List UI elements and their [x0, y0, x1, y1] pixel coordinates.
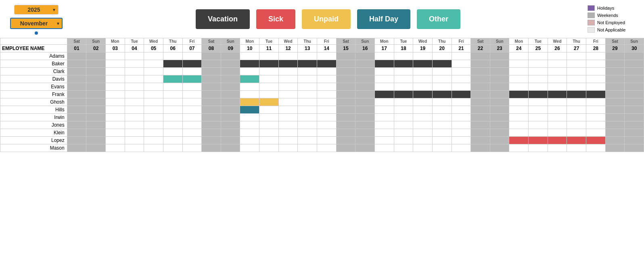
cell-baker-17[interactable] — [374, 60, 394, 68]
cell-jones-9[interactable] — [221, 121, 240, 129]
cell-jones-13[interactable] — [298, 121, 317, 129]
cell-evans-11[interactable] — [259, 83, 279, 91]
cell-davis-20[interactable] — [432, 75, 452, 83]
cell-ghosh-25[interactable] — [529, 98, 548, 106]
cell-jones-25[interactable] — [529, 121, 548, 129]
cell-jones-1[interactable] — [67, 121, 86, 129]
cell-clark-8[interactable] — [202, 68, 221, 75]
cell-irwin-29[interactable] — [605, 114, 625, 121]
cell-mason-29[interactable] — [605, 144, 625, 152]
cell-clark-29[interactable] — [605, 68, 625, 75]
cell-jones-4[interactable] — [125, 121, 144, 129]
cell-hills-12[interactable] — [278, 106, 298, 114]
cell-adams-5[interactable] — [144, 52, 163, 60]
cell-clark-16[interactable] — [355, 68, 375, 75]
cell-davis-19[interactable] — [413, 75, 433, 83]
cell-hills-2[interactable] — [86, 106, 106, 114]
cell-mason-8[interactable] — [202, 144, 221, 152]
cell-clark-6[interactable] — [163, 68, 182, 75]
cell-klein-11[interactable] — [259, 129, 279, 137]
cell-davis-14[interactable] — [317, 75, 337, 83]
cell-irwin-30[interactable] — [625, 114, 644, 121]
cell-baker-12[interactable] — [278, 60, 298, 68]
cell-irwin-27[interactable] — [567, 114, 586, 121]
cell-klein-10[interactable] — [240, 129, 259, 137]
cell-davis-6[interactable] — [163, 75, 182, 83]
cell-klein-12[interactable] — [278, 129, 298, 137]
cell-hills-10[interactable] — [240, 106, 259, 114]
cell-frank-24[interactable] — [509, 91, 529, 98]
cell-clark-25[interactable] — [529, 68, 548, 75]
cell-klein-20[interactable] — [432, 129, 452, 137]
cell-frank-13[interactable] — [298, 91, 317, 98]
cell-evans-21[interactable] — [452, 83, 471, 91]
cell-evans-25[interactable] — [529, 83, 548, 91]
cell-irwin-17[interactable] — [374, 114, 394, 121]
cell-adams-15[interactable] — [336, 52, 355, 60]
cell-mason-4[interactable] — [125, 144, 144, 152]
cell-adams-7[interactable] — [182, 52, 202, 60]
cell-baker-20[interactable] — [432, 60, 452, 68]
legend-other-btn[interactable]: Other — [417, 9, 460, 29]
year-select[interactable]: 2025 — [14, 5, 59, 15]
cell-adams-12[interactable] — [278, 52, 298, 60]
cell-baker-18[interactable] — [394, 60, 413, 68]
cell-evans-19[interactable] — [413, 83, 433, 91]
cell-frank-23[interactable] — [490, 91, 509, 98]
cell-klein-18[interactable] — [394, 129, 413, 137]
cell-davis-26[interactable] — [548, 75, 567, 83]
cell-davis-10[interactable] — [240, 75, 259, 83]
cell-clark-20[interactable] — [432, 68, 452, 75]
cell-frank-28[interactable] — [586, 91, 606, 98]
cell-jones-27[interactable] — [567, 121, 586, 129]
cell-hills-1[interactable] — [67, 106, 86, 114]
cell-jones-10[interactable] — [240, 121, 259, 129]
cell-clark-24[interactable] — [509, 68, 529, 75]
cell-klein-1[interactable] — [67, 129, 86, 137]
cell-clark-13[interactable] — [298, 68, 317, 75]
cell-adams-8[interactable] — [202, 52, 221, 60]
cell-klein-30[interactable] — [625, 129, 644, 137]
cell-irwin-20[interactable] — [432, 114, 452, 121]
cell-baker-5[interactable] — [144, 60, 163, 68]
cell-adams-22[interactable] — [471, 52, 490, 60]
cell-frank-10[interactable] — [240, 91, 259, 98]
cell-hills-4[interactable] — [125, 106, 144, 114]
month-select-wrapper[interactable]: November — [10, 18, 63, 29]
cell-lopez-14[interactable] — [317, 137, 337, 144]
cell-lopez-30[interactable] — [625, 137, 644, 144]
cell-hills-16[interactable] — [355, 106, 375, 114]
cell-davis-27[interactable] — [567, 75, 586, 83]
cell-clark-14[interactable] — [317, 68, 337, 75]
cell-hills-5[interactable] — [144, 106, 163, 114]
cell-baker-27[interactable] — [567, 60, 586, 68]
cell-klein-23[interactable] — [490, 129, 509, 137]
cell-jones-20[interactable] — [432, 121, 452, 129]
cell-evans-13[interactable] — [298, 83, 317, 91]
cell-ghosh-30[interactable] — [625, 98, 644, 106]
cell-clark-26[interactable] — [548, 68, 567, 75]
cell-lopez-5[interactable] — [144, 137, 163, 144]
cell-lopez-1[interactable] — [67, 137, 86, 144]
cell-davis-18[interactable] — [394, 75, 413, 83]
cell-mason-21[interactable] — [452, 144, 471, 152]
cell-evans-6[interactable] — [163, 83, 182, 91]
legend-vacation-btn[interactable]: Vacation — [196, 9, 250, 29]
cell-davis-15[interactable] — [336, 75, 355, 83]
cell-irwin-18[interactable] — [394, 114, 413, 121]
cell-klein-21[interactable] — [452, 129, 471, 137]
cell-frank-1[interactable] — [67, 91, 86, 98]
cell-adams-6[interactable] — [163, 52, 182, 60]
cell-frank-20[interactable] — [432, 91, 452, 98]
cell-mason-30[interactable] — [625, 144, 644, 152]
cell-frank-19[interactable] — [413, 91, 433, 98]
cell-ghosh-10[interactable] — [240, 98, 259, 106]
cell-clark-30[interactable] — [625, 68, 644, 75]
cell-irwin-22[interactable] — [471, 114, 490, 121]
cell-frank-16[interactable] — [355, 91, 375, 98]
cell-klein-13[interactable] — [298, 129, 317, 137]
cell-klein-22[interactable] — [471, 129, 490, 137]
cell-clark-27[interactable] — [567, 68, 586, 75]
cell-evans-1[interactable] — [67, 83, 86, 91]
cell-jones-29[interactable] — [605, 121, 625, 129]
